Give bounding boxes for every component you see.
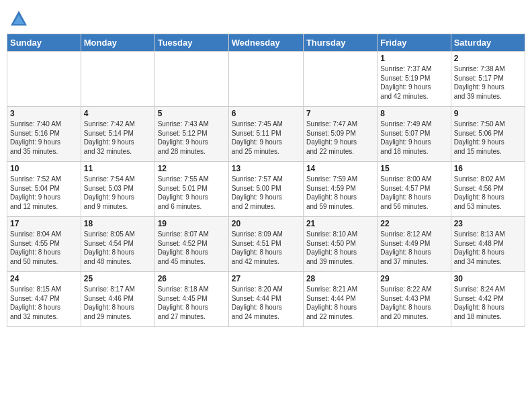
calendar-cell: 2Sunrise: 7:38 AM Sunset: 5:17 PM Daylig… [451,52,525,107]
day-info: Sunrise: 7:42 AM Sunset: 5:14 PM Dayligh… [84,120,152,156]
day-number: 28 [306,274,374,283]
day-info: Sunrise: 7:54 AM Sunset: 5:03 PM Dayligh… [84,175,152,211]
calendar-cell: 8Sunrise: 7:49 AM Sunset: 5:07 PM Daylig… [378,107,451,162]
calendar-cell: 22Sunrise: 8:12 AM Sunset: 4:49 PM Dayli… [378,217,451,272]
day-number: 11 [84,164,152,173]
calendar-cell: 24Sunrise: 8:15 AM Sunset: 4:47 PM Dayli… [7,272,81,327]
calendar-cell: 13Sunrise: 7:57 AM Sunset: 5:00 PM Dayli… [228,162,303,217]
day-number: 8 [380,109,447,118]
day-info: Sunrise: 7:52 AM Sunset: 5:04 PM Dayligh… [10,175,78,211]
calendar-cell: 17Sunrise: 8:04 AM Sunset: 4:55 PM Dayli… [7,217,81,272]
day-number: 2 [454,54,522,63]
day-info: Sunrise: 8:07 AM Sunset: 4:52 PM Dayligh… [158,230,226,266]
day-info: Sunrise: 7:37 AM Sunset: 5:19 PM Dayligh… [380,64,447,101]
day-info: Sunrise: 7:45 AM Sunset: 5:11 PM Dayligh… [232,120,300,156]
day-number: 29 [380,274,447,283]
calendar-cell: 28Sunrise: 8:21 AM Sunset: 4:44 PM Dayli… [303,272,377,327]
calendar-cell [228,52,303,107]
day-number: 17 [10,219,78,228]
day-info: Sunrise: 8:20 AM Sunset: 4:44 PM Dayligh… [232,285,300,321]
day-number: 5 [158,109,226,118]
day-number: 30 [454,274,522,283]
calendar-week-2: 3Sunrise: 7:40 AM Sunset: 5:16 PM Daylig… [7,107,525,162]
calendar-week-1: 1Sunrise: 7:37 AM Sunset: 5:19 PM Daylig… [7,52,525,107]
calendar-cell: 3Sunrise: 7:40 AM Sunset: 5:16 PM Daylig… [7,107,81,162]
calendar-cell [154,52,228,107]
day-info: Sunrise: 7:40 AM Sunset: 5:16 PM Dayligh… [10,120,78,156]
calendar-cell: 5Sunrise: 7:43 AM Sunset: 5:12 PM Daylig… [154,107,228,162]
day-info: Sunrise: 7:50 AM Sunset: 5:06 PM Dayligh… [454,120,522,156]
calendar-week-3: 10Sunrise: 7:52 AM Sunset: 5:04 PM Dayli… [7,162,525,217]
day-number: 18 [84,219,152,228]
day-info: Sunrise: 7:49 AM Sunset: 5:07 PM Dayligh… [380,120,447,156]
day-number: 4 [84,109,152,118]
calendar-cell: 18Sunrise: 8:05 AM Sunset: 4:54 PM Dayli… [81,217,154,272]
weekday-saturday: Saturday [451,34,525,52]
calendar-cell: 27Sunrise: 8:20 AM Sunset: 4:44 PM Dayli… [228,272,303,327]
day-number: 22 [380,219,447,228]
calendar-cell: 6Sunrise: 7:45 AM Sunset: 5:11 PM Daylig… [228,107,303,162]
day-info: Sunrise: 7:47 AM Sunset: 5:09 PM Dayligh… [306,120,374,156]
day-info: Sunrise: 7:43 AM Sunset: 5:12 PM Dayligh… [158,120,226,156]
calendar-cell: 9Sunrise: 7:50 AM Sunset: 5:06 PM Daylig… [451,107,525,162]
day-number: 25 [84,274,152,283]
calendar-cell: 20Sunrise: 8:09 AM Sunset: 4:51 PM Dayli… [228,217,303,272]
day-info: Sunrise: 8:17 AM Sunset: 4:46 PM Dayligh… [84,285,152,321]
calendar-cell: 21Sunrise: 8:10 AM Sunset: 4:50 PM Dayli… [303,217,377,272]
logo [7,9,28,28]
day-info: Sunrise: 8:09 AM Sunset: 4:51 PM Dayligh… [232,230,300,266]
day-number: 9 [454,109,522,118]
calendar-cell: 14Sunrise: 7:59 AM Sunset: 4:59 PM Dayli… [303,162,377,217]
day-info: Sunrise: 7:55 AM Sunset: 5:01 PM Dayligh… [158,175,226,211]
day-info: Sunrise: 8:21 AM Sunset: 4:44 PM Dayligh… [306,285,374,321]
day-number: 7 [306,109,374,118]
page: SundayMondayTuesdayWednesdayThursdayFrid… [0,0,532,334]
day-number: 14 [306,164,374,173]
day-info: Sunrise: 8:02 AM Sunset: 4:56 PM Dayligh… [454,175,522,211]
calendar-cell: 30Sunrise: 8:24 AM Sunset: 4:42 PM Dayli… [451,272,525,327]
calendar-cell: 4Sunrise: 7:42 AM Sunset: 5:14 PM Daylig… [81,107,154,162]
day-info: Sunrise: 8:24 AM Sunset: 4:42 PM Dayligh… [454,285,522,321]
day-number: 27 [232,274,300,283]
calendar-cell: 15Sunrise: 8:00 AM Sunset: 4:57 PM Dayli… [378,162,451,217]
day-info: Sunrise: 8:18 AM Sunset: 4:45 PM Dayligh… [158,285,226,321]
day-number: 21 [306,219,374,228]
calendar-header: SundayMondayTuesdayWednesdayThursdayFrid… [7,34,525,52]
weekday-tuesday: Tuesday [154,34,228,52]
calendar-cell: 12Sunrise: 7:55 AM Sunset: 5:01 PM Dayli… [154,162,228,217]
day-info: Sunrise: 8:00 AM Sunset: 4:57 PM Dayligh… [380,175,447,211]
day-number: 19 [158,219,226,228]
weekday-wednesday: Wednesday [228,34,303,52]
calendar-cell [303,52,377,107]
calendar-cell [7,52,81,107]
calendar-cell: 26Sunrise: 8:18 AM Sunset: 4:45 PM Dayli… [154,272,228,327]
calendar-cell: 16Sunrise: 8:02 AM Sunset: 4:56 PM Dayli… [451,162,525,217]
logo-icon [9,9,28,28]
calendar-body: 1Sunrise: 7:37 AM Sunset: 5:19 PM Daylig… [7,52,525,327]
calendar-cell: 10Sunrise: 7:52 AM Sunset: 5:04 PM Dayli… [7,162,81,217]
calendar-cell [81,52,154,107]
day-info: Sunrise: 8:04 AM Sunset: 4:55 PM Dayligh… [10,230,78,266]
day-number: 20 [232,219,300,228]
weekday-header-row: SundayMondayTuesdayWednesdayThursdayFrid… [7,34,525,52]
day-info: Sunrise: 8:12 AM Sunset: 4:49 PM Dayligh… [380,230,447,266]
day-number: 23 [454,219,522,228]
day-number: 13 [232,164,300,173]
day-number: 6 [232,109,300,118]
calendar-table: SundayMondayTuesdayWednesdayThursdayFrid… [7,34,525,327]
calendar-cell: 1Sunrise: 7:37 AM Sunset: 5:19 PM Daylig… [378,52,451,107]
day-number: 15 [380,164,447,173]
day-number: 24 [10,274,78,283]
day-number: 26 [158,274,226,283]
weekday-thursday: Thursday [303,34,377,52]
day-number: 12 [158,164,226,173]
calendar-cell: 19Sunrise: 8:07 AM Sunset: 4:52 PM Dayli… [154,217,228,272]
day-info: Sunrise: 7:38 AM Sunset: 5:17 PM Dayligh… [454,64,522,101]
weekday-monday: Monday [81,34,154,52]
day-info: Sunrise: 7:57 AM Sunset: 5:00 PM Dayligh… [232,175,300,211]
day-info: Sunrise: 8:22 AM Sunset: 4:43 PM Dayligh… [380,285,447,321]
day-info: Sunrise: 8:05 AM Sunset: 4:54 PM Dayligh… [84,230,152,266]
day-number: 1 [380,54,447,63]
calendar-cell: 7Sunrise: 7:47 AM Sunset: 5:09 PM Daylig… [303,107,377,162]
day-info: Sunrise: 7:59 AM Sunset: 4:59 PM Dayligh… [306,175,374,211]
